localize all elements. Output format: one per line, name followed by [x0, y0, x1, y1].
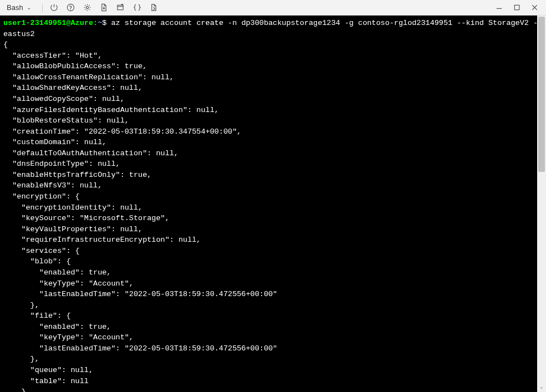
close-button[interactable]: [526, 1, 543, 14]
scrollbar-down-button[interactable]: ⌄: [537, 383, 546, 392]
terminal-pane[interactable]: user1-23149951@Azure:~$ az storage accou…: [0, 16, 546, 392]
minimize-button[interactable]: [491, 1, 507, 14]
gear-icon: [83, 3, 91, 12]
prompt-user-host: user1-23149951@Azure: [3, 19, 93, 27]
power-icon: [50, 3, 58, 12]
cloud-shell-toolbar: Bash ⌄: [0, 0, 546, 16]
minimize-icon: [495, 3, 503, 12]
web-preview-button[interactable]: [147, 1, 161, 14]
command-output: { "accessTier": "Hot", "allowBlobPublicA…: [3, 39, 543, 392]
svg-point-1: [86, 6, 89, 8]
preview-icon: [150, 3, 158, 12]
editor-button[interactable]: [130, 1, 145, 14]
vertical-scrollbar[interactable]: [537, 16, 546, 383]
shell-selector[interactable]: Bash ⌄: [3, 2, 34, 13]
toolbar-separator: [42, 3, 43, 12]
new-window-icon: [116, 3, 125, 12]
help-button[interactable]: [64, 1, 78, 14]
restart-button[interactable]: [47, 1, 62, 14]
svg-rect-2: [118, 5, 123, 9]
upload-download-button[interactable]: [97, 1, 111, 14]
chevron-down-icon: ⌄: [27, 4, 31, 11]
settings-button[interactable]: [80, 1, 95, 14]
toolbar-left-group: Bash ⌄: [3, 1, 161, 14]
scrollbar-thumb[interactable]: [538, 17, 545, 172]
close-icon: [530, 3, 539, 12]
shell-label: Bash: [7, 3, 23, 12]
file-transfer-icon: [100, 3, 108, 12]
maximize-icon: [513, 3, 521, 12]
maximize-button[interactable]: [508, 1, 525, 14]
svg-rect-3: [514, 5, 519, 9]
help-icon: [67, 3, 75, 12]
braces-icon: [133, 3, 141, 12]
new-session-button[interactable]: [114, 1, 128, 14]
prompt-line: user1-23149951@Azure:~$ az storage accou…: [3, 18, 543, 39]
toolbar-right-group: [491, 1, 543, 14]
